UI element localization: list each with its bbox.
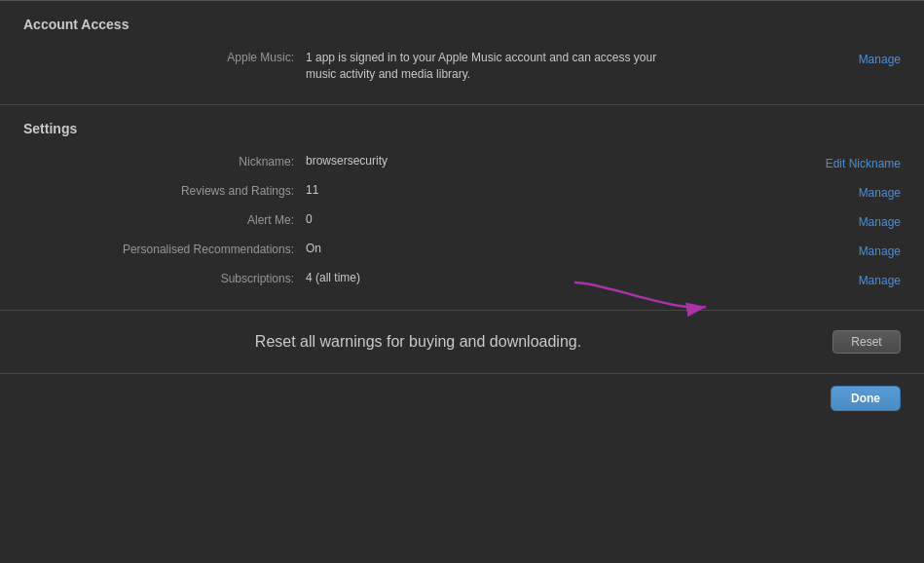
subscriptions-row: Subscriptions: 4 (all time) Manage: [23, 265, 901, 294]
reset-button[interactable]: Reset: [832, 330, 901, 354]
reset-text: Reset all warnings for buying and downlo…: [255, 333, 581, 350]
nickname-value: browsersecurity: [306, 154, 784, 168]
personalised-rec-row: Personalised Recommendations: On Manage: [23, 236, 901, 265]
reset-description: Reset all warnings for buying and downlo…: [23, 333, 832, 351]
apple-music-manage-button[interactable]: Manage: [859, 53, 901, 66]
apple-music-value: 1 app is signed in to your Apple Music a…: [306, 50, 784, 83]
subscriptions-label: Subscriptions:: [23, 271, 306, 285]
personalised-rec-manage-button[interactable]: Manage: [859, 244, 901, 258]
alert-me-manage-button[interactable]: Manage: [859, 215, 901, 229]
reviews-ratings-label: Reviews and Ratings:: [23, 183, 306, 198]
reviews-ratings-row: Reviews and Ratings: 11 Manage: [23, 177, 901, 206]
subscriptions-manage-button[interactable]: Manage: [859, 274, 901, 287]
reset-section: Reset all warnings for buying and downlo…: [0, 311, 924, 373]
alert-me-value: 0: [306, 212, 784, 226]
settings-title: Settings: [23, 121, 901, 136]
alert-me-row: Alert Me: 0 Manage: [23, 206, 901, 236]
reviews-ratings-action-col: Manage: [784, 183, 901, 201]
apple-music-action-col: Manage: [784, 50, 901, 67]
done-section: Done: [0, 374, 924, 423]
nickname-row: Nickname: browsersecurity Edit Nickname: [23, 148, 901, 177]
account-access-section: Account Access Apple Music: 1 app is sig…: [0, 1, 924, 104]
edit-nickname-button[interactable]: Edit Nickname: [826, 157, 901, 170]
personalised-rec-action-col: Manage: [784, 242, 901, 259]
settings-section: Settings Nickname: browsersecurity Edit …: [0, 105, 924, 310]
account-access-title: Account Access: [23, 17, 901, 32]
annotation-arrow: [545, 273, 740, 331]
personalised-rec-value: On: [306, 242, 784, 255]
done-button[interactable]: Done: [831, 386, 901, 411]
alert-me-label: Alert Me:: [23, 212, 306, 227]
nickname-action-col: Edit Nickname: [784, 154, 901, 171]
alert-me-action-col: Manage: [784, 212, 901, 230]
reviews-ratings-manage-button[interactable]: Manage: [859, 186, 901, 200]
nickname-label: Nickname:: [23, 154, 306, 169]
reviews-ratings-value: 11: [306, 183, 784, 197]
personalised-rec-label: Personalised Recommendations:: [23, 242, 306, 256]
apple-music-text: 1 app is signed in to your Apple Music a…: [306, 50, 784, 83]
apple-music-label: Apple Music:: [23, 50, 306, 64]
apple-music-row: Apple Music: 1 app is signed in to your …: [23, 44, 901, 89]
subscriptions-action-col: Manage: [784, 271, 901, 288]
